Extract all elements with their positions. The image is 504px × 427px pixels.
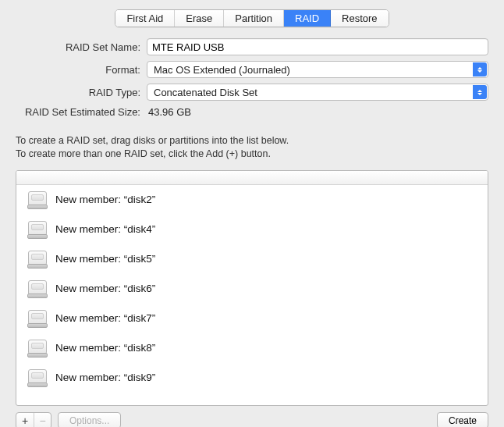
tab-partition[interactable]: Partition	[224, 10, 284, 27]
disk-icon	[27, 190, 48, 210]
list-item-label: New member: “disk8”	[55, 342, 155, 354]
chevron-up-down-icon	[473, 62, 487, 77]
list-item-label: New member: “disk2”	[55, 194, 155, 205]
instructions-line-2: To create more than one RAID set, click …	[16, 148, 488, 161]
list-item[interactable]: New member: “disk6”	[16, 274, 488, 304]
estimated-size-label: RAID Set Estimated Size:	[16, 106, 147, 118]
instructions-text: To create a RAID set, drag disks or part…	[0, 130, 504, 170]
raid-type-popup[interactable]: Concatenated Disk Set	[147, 84, 488, 101]
disk-icon	[27, 308, 48, 329]
disk-utility-panel: First Aid Erase Partition RAID Restore R…	[0, 0, 504, 427]
action-bar: + − Options... Create	[16, 412, 488, 427]
listbox-header	[16, 171, 488, 185]
disk-icon	[27, 219, 48, 240]
list-item-label: New member: “disk9”	[55, 372, 155, 383]
listbox-scroll[interactable]: New member: “disk2”New member: “disk4”Ne…	[16, 185, 488, 405]
format-popup-value: Mac OS Extended (Journaled)	[154, 64, 290, 76]
add-remove-group: + −	[16, 412, 51, 427]
format-popup[interactable]: Mac OS Extended (Journaled)	[147, 61, 488, 78]
minus-icon: −	[39, 415, 45, 427]
tab-erase[interactable]: Erase	[175, 10, 224, 27]
tab-restore[interactable]: Restore	[331, 10, 389, 27]
plus-icon: +	[22, 415, 28, 427]
list-item-label: New member: “disk6”	[55, 283, 155, 294]
list-item[interactable]: New member: “disk7”	[16, 304, 488, 333]
raid-form: RAID Set Name: Format: Mac OS Extended (…	[0, 38, 504, 130]
remove-button[interactable]: −	[34, 413, 51, 427]
raid-members-listbox: New member: “disk2”New member: “disk4”Ne…	[16, 170, 488, 406]
disk-icon	[27, 279, 48, 299]
tab-segmented-control: First Aid Erase Partition RAID Restore	[115, 9, 389, 27]
disk-icon	[27, 338, 48, 358]
list-item[interactable]: New member: “disk5”	[16, 244, 488, 274]
tab-first-aid[interactable]: First Aid	[115, 10, 175, 27]
add-button[interactable]: +	[16, 413, 34, 427]
list-item[interactable]: New member: “disk2”	[16, 185, 488, 215]
list-item[interactable]: New member: “disk4”	[16, 215, 488, 244]
create-button[interactable]: Create	[437, 412, 488, 427]
instructions-line-1: To create a RAID set, drag disks or part…	[16, 134, 488, 148]
raid-type-label: RAID Type:	[16, 87, 147, 98]
list-item-label: New member: “disk7”	[55, 312, 155, 324]
list-item[interactable]: New member: “disk9”	[16, 363, 488, 393]
estimated-size-value: 43.96 GB	[147, 106, 488, 118]
raid-type-popup-value: Concatenated Disk Set	[154, 87, 257, 98]
raid-name-label: RAID Set Name:	[16, 41, 147, 53]
raid-name-input[interactable]	[147, 38, 488, 55]
list-item-label: New member: “disk5”	[55, 253, 155, 265]
tab-raid[interactable]: RAID	[284, 10, 331, 27]
tab-bar: First Aid Erase Partition RAID Restore	[0, 0, 504, 38]
disk-icon	[27, 368, 48, 388]
options-button[interactable]: Options...	[58, 412, 121, 427]
list-item[interactable]: New member: “disk8”	[16, 333, 488, 363]
chevron-up-down-icon	[473, 85, 487, 99]
list-item-label: New member: “disk4”	[55, 223, 155, 235]
format-label: Format:	[16, 64, 147, 76]
disk-icon	[27, 249, 48, 269]
